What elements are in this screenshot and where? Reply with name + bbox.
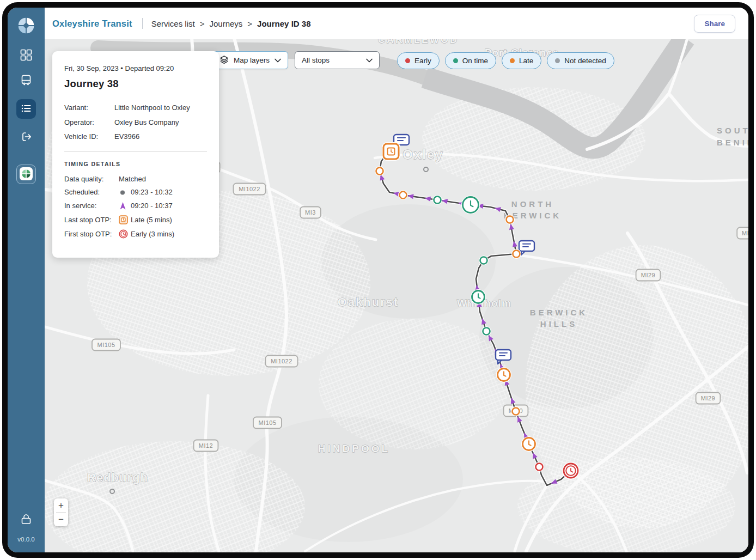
- detail-value: Oxley Bus Company: [114, 118, 207, 127]
- road-shield: MI3: [300, 207, 321, 218]
- device-frame: v0.0.0 Oxleyshire Transit Services list>…: [2, 2, 754, 558]
- map-place-label: BENING: [717, 138, 748, 147]
- sidebar-bottom: v0.0.0: [17, 513, 34, 552]
- early-double-clock-icon: [119, 229, 131, 239]
- map-zoom-control: + −: [54, 498, 68, 526]
- sidebar-item-app[interactable]: [16, 165, 36, 184]
- lock-icon: [20, 519, 33, 527]
- journey-date: Fri, 30 Sep, 2023 • Departed 09:20: [64, 64, 207, 72]
- status-dot-icon: [555, 58, 560, 63]
- stop-marker[interactable]: [375, 167, 384, 175]
- breadcrumb-separator: >: [247, 19, 252, 28]
- app-logo-icon: [17, 16, 35, 35]
- breadcrumb-separator: >: [200, 19, 205, 28]
- main-area: Oxleyshire Transit Services list>Journey…: [45, 8, 748, 552]
- svg-text:MI105: MI105: [97, 342, 115, 348]
- status-dot-icon: [453, 58, 458, 63]
- timing-value: 09:20 - 10:37: [131, 202, 173, 210]
- stop-marker[interactable]: [505, 215, 514, 224]
- late-square-clock-icon: [119, 215, 131, 224]
- breadcrumb-item[interactable]: Journeys: [209, 19, 242, 28]
- stops-filter-value: All stops: [302, 56, 330, 64]
- timing-label: In service:: [64, 202, 119, 210]
- chevron-down-icon: [366, 56, 373, 64]
- timing-value: Matched: [119, 175, 146, 183]
- stop-marker[interactable]: [522, 437, 536, 451]
- map[interactable]: MI2109MI1022MI3MI105MI1022MI105MI12MI29M…: [45, 39, 748, 552]
- stop-marker[interactable]: [497, 368, 511, 382]
- detail-value: Little Northpool to Oxley: [114, 103, 207, 113]
- legend-pill-on-time[interactable]: On time: [445, 52, 496, 69]
- legend-pill-late[interactable]: Late: [502, 52, 541, 69]
- stop-marker[interactable]: [479, 256, 488, 265]
- detail-label: Operator:: [64, 118, 114, 127]
- breadcrumb-item[interactable]: Services list: [151, 19, 195, 28]
- stop-marker[interactable]: [511, 407, 520, 416]
- map-place-label: Redburgh: [87, 471, 148, 484]
- map-place-label: SOUTH: [717, 126, 748, 135]
- stop-marker[interactable]: [399, 191, 407, 199]
- legend-pill-not-detected[interactable]: Not detected: [547, 52, 614, 69]
- svg-text:MI29: MI29: [641, 272, 655, 278]
- legend-label: Early: [414, 57, 431, 65]
- journey-details: Variant:Little Northpool to OxleyOperato…: [64, 103, 207, 142]
- logout-icon: [20, 131, 32, 144]
- legend-label: Late: [519, 57, 533, 65]
- timing-row: First stop OTP:Early (3 mins): [64, 229, 207, 239]
- breadcrumb-item[interactable]: Journey ID 38: [257, 19, 310, 28]
- timing-details: Data quality:MatchedScheduled:09:23 - 10…: [64, 175, 207, 239]
- timing-row: Data quality:Matched: [64, 175, 207, 183]
- sidebar-item-logout[interactable]: [20, 131, 33, 144]
- sidebar-item-dashboard[interactable]: [20, 49, 33, 62]
- stops-filter-dropdown[interactable]: All stops: [295, 51, 380, 69]
- grid-icon: [20, 49, 32, 63]
- zoom-out-button[interactable]: −: [54, 513, 68, 526]
- purple-arrow-icon: [119, 202, 131, 210]
- road-shield: MI1022: [265, 356, 297, 367]
- timing-value: Late (5 mins): [131, 216, 172, 224]
- zoom-in-button[interactable]: +: [54, 498, 68, 512]
- stop-marker[interactable]: [462, 196, 479, 214]
- timing-heading: TIMING DETAILS: [64, 161, 207, 167]
- road-shield: MI29: [696, 393, 721, 404]
- svg-text:MI2: MI2: [742, 230, 748, 236]
- timing-row: Scheduled:09:23 - 10:32: [64, 188, 207, 197]
- sidebar: v0.0.0: [8, 8, 45, 552]
- status-dot-icon: [405, 58, 410, 63]
- map-place-label: HILLS: [540, 319, 577, 328]
- stop-marker[interactable]: [535, 462, 544, 471]
- sidebar-item-journeys[interactable]: [16, 99, 36, 119]
- lock-button[interactable]: [20, 513, 33, 527]
- legend-label: Not detected: [564, 57, 606, 65]
- share-button[interactable]: Share: [694, 15, 735, 33]
- map-layers-label: Map layers: [234, 56, 270, 64]
- bus-icon: [20, 74, 32, 88]
- stop-marker[interactable]: [482, 327, 491, 336]
- road-shield: MI1022: [233, 184, 265, 195]
- svg-text:MI12: MI12: [199, 442, 213, 449]
- brand-link[interactable]: Oxleyshire Transit: [52, 19, 132, 29]
- timing-label: First stop OTP:: [64, 230, 119, 238]
- legend-label: On time: [462, 57, 488, 65]
- stop-marker[interactable]: [471, 290, 485, 304]
- road-shield: MI2: [737, 228, 748, 239]
- timing-label: Last stop OTP:: [64, 216, 119, 224]
- stop-marker[interactable]: [562, 462, 580, 479]
- chevron-down-icon: [275, 56, 281, 64]
- svg-text:MI1022: MI1022: [239, 186, 260, 192]
- stop-marker[interactable]: [433, 196, 442, 204]
- map-layers-dropdown[interactable]: Map layers: [212, 51, 288, 69]
- journey-detail-row: Operator:Oxley Bus Company: [64, 118, 207, 127]
- svg-text:MI105: MI105: [258, 419, 276, 426]
- status-legend: EarlyOn timeLateNot detected: [397, 52, 614, 69]
- stop-marker[interactable]: [382, 142, 400, 161]
- stop-marker[interactable]: [512, 249, 521, 258]
- road-shield: MI105: [92, 339, 120, 351]
- legend-pill-early[interactable]: Early: [397, 52, 440, 69]
- road-shield: MI29: [636, 270, 661, 281]
- layers-icon: [220, 55, 229, 66]
- sidebar-nav: [16, 49, 36, 196]
- detail-label: Variant:: [64, 103, 114, 113]
- sidebar-item-vehicles[interactable]: [20, 74, 33, 87]
- timing-value: Early (3 mins): [131, 230, 174, 238]
